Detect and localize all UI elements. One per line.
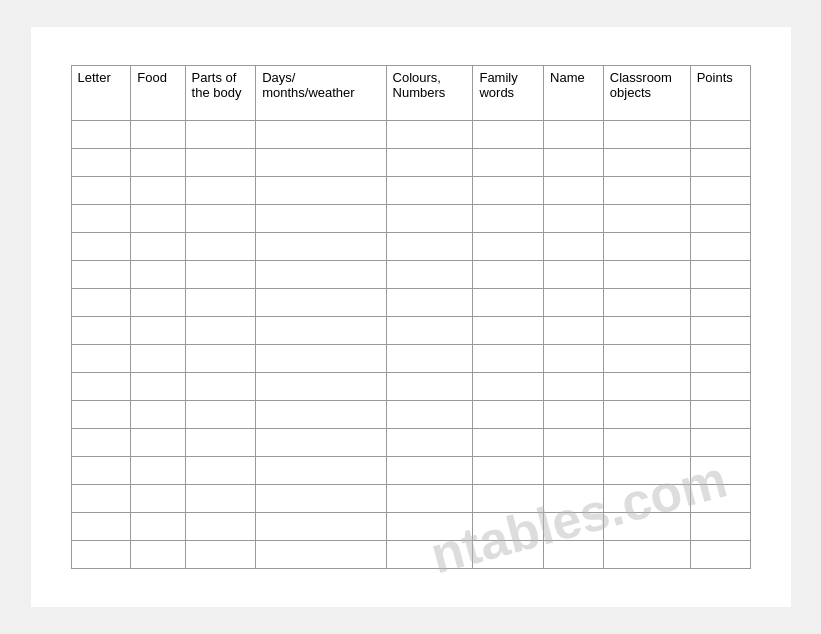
table-cell[interactable] bbox=[386, 233, 473, 261]
table-cell[interactable] bbox=[71, 457, 131, 485]
table-cell[interactable] bbox=[185, 513, 256, 541]
table-cell[interactable] bbox=[256, 457, 386, 485]
table-cell[interactable] bbox=[603, 513, 690, 541]
table-cell[interactable] bbox=[544, 541, 604, 569]
table-cell[interactable] bbox=[71, 373, 131, 401]
table-cell[interactable] bbox=[603, 485, 690, 513]
table-cell[interactable] bbox=[386, 345, 473, 373]
table-cell[interactable] bbox=[71, 121, 131, 149]
table-cell[interactable] bbox=[603, 373, 690, 401]
table-cell[interactable] bbox=[131, 345, 185, 373]
table-cell[interactable] bbox=[185, 401, 256, 429]
table-cell[interactable] bbox=[131, 401, 185, 429]
table-cell[interactable] bbox=[386, 457, 473, 485]
table-cell[interactable] bbox=[690, 541, 750, 569]
table-cell[interactable] bbox=[386, 513, 473, 541]
table-cell[interactable] bbox=[386, 177, 473, 205]
table-cell[interactable] bbox=[473, 513, 544, 541]
table-cell[interactable] bbox=[473, 401, 544, 429]
table-cell[interactable] bbox=[544, 289, 604, 317]
table-cell[interactable] bbox=[386, 261, 473, 289]
table-cell[interactable] bbox=[256, 317, 386, 345]
table-cell[interactable] bbox=[185, 289, 256, 317]
table-cell[interactable] bbox=[71, 149, 131, 177]
table-cell[interactable] bbox=[690, 457, 750, 485]
table-cell[interactable] bbox=[473, 121, 544, 149]
table-cell[interactable] bbox=[544, 317, 604, 345]
table-cell[interactable] bbox=[690, 485, 750, 513]
table-cell[interactable] bbox=[603, 429, 690, 457]
table-cell[interactable] bbox=[131, 457, 185, 485]
table-cell[interactable] bbox=[131, 373, 185, 401]
table-cell[interactable] bbox=[544, 233, 604, 261]
table-cell[interactable] bbox=[256, 485, 386, 513]
table-cell[interactable] bbox=[185, 177, 256, 205]
table-cell[interactable] bbox=[71, 513, 131, 541]
table-cell[interactable] bbox=[473, 205, 544, 233]
table-cell[interactable] bbox=[544, 485, 604, 513]
table-cell[interactable] bbox=[131, 205, 185, 233]
table-cell[interactable] bbox=[71, 177, 131, 205]
table-cell[interactable] bbox=[256, 345, 386, 373]
table-cell[interactable] bbox=[690, 373, 750, 401]
table-cell[interactable] bbox=[690, 149, 750, 177]
table-cell[interactable] bbox=[256, 121, 386, 149]
table-cell[interactable] bbox=[71, 261, 131, 289]
table-cell[interactable] bbox=[544, 373, 604, 401]
table-cell[interactable] bbox=[131, 485, 185, 513]
table-cell[interactable] bbox=[603, 317, 690, 345]
table-cell[interactable] bbox=[185, 205, 256, 233]
table-cell[interactable] bbox=[603, 261, 690, 289]
table-cell[interactable] bbox=[185, 457, 256, 485]
table-cell[interactable] bbox=[603, 457, 690, 485]
table-cell[interactable] bbox=[185, 233, 256, 261]
table-cell[interactable] bbox=[544, 177, 604, 205]
table-cell[interactable] bbox=[256, 149, 386, 177]
table-cell[interactable] bbox=[386, 541, 473, 569]
table-cell[interactable] bbox=[690, 345, 750, 373]
table-cell[interactable] bbox=[185, 261, 256, 289]
table-cell[interactable] bbox=[473, 317, 544, 345]
table-cell[interactable] bbox=[473, 485, 544, 513]
table-cell[interactable] bbox=[185, 373, 256, 401]
table-cell[interactable] bbox=[544, 261, 604, 289]
table-cell[interactable] bbox=[473, 149, 544, 177]
table-cell[interactable] bbox=[690, 289, 750, 317]
table-cell[interactable] bbox=[690, 261, 750, 289]
table-cell[interactable] bbox=[544, 121, 604, 149]
table-cell[interactable] bbox=[473, 457, 544, 485]
table-cell[interactable] bbox=[131, 261, 185, 289]
table-cell[interactable] bbox=[185, 485, 256, 513]
table-cell[interactable] bbox=[603, 401, 690, 429]
table-cell[interactable] bbox=[185, 429, 256, 457]
table-cell[interactable] bbox=[473, 429, 544, 457]
table-cell[interactable] bbox=[71, 429, 131, 457]
table-cell[interactable] bbox=[544, 401, 604, 429]
table-cell[interactable] bbox=[690, 121, 750, 149]
table-cell[interactable] bbox=[131, 429, 185, 457]
table-cell[interactable] bbox=[603, 289, 690, 317]
table-cell[interactable] bbox=[256, 513, 386, 541]
table-cell[interactable] bbox=[690, 429, 750, 457]
table-cell[interactable] bbox=[386, 149, 473, 177]
table-cell[interactable] bbox=[71, 345, 131, 373]
table-cell[interactable] bbox=[386, 205, 473, 233]
table-cell[interactable] bbox=[386, 317, 473, 345]
table-cell[interactable] bbox=[690, 317, 750, 345]
table-cell[interactable] bbox=[544, 205, 604, 233]
table-cell[interactable] bbox=[386, 429, 473, 457]
table-cell[interactable] bbox=[256, 177, 386, 205]
table-cell[interactable] bbox=[71, 401, 131, 429]
table-cell[interactable] bbox=[131, 513, 185, 541]
table-cell[interactable] bbox=[603, 149, 690, 177]
table-cell[interactable] bbox=[131, 233, 185, 261]
table-cell[interactable] bbox=[473, 233, 544, 261]
table-cell[interactable] bbox=[131, 177, 185, 205]
table-cell[interactable] bbox=[690, 233, 750, 261]
table-cell[interactable] bbox=[71, 233, 131, 261]
table-cell[interactable] bbox=[386, 289, 473, 317]
table-cell[interactable] bbox=[131, 541, 185, 569]
table-cell[interactable] bbox=[690, 177, 750, 205]
table-cell[interactable] bbox=[603, 233, 690, 261]
table-cell[interactable] bbox=[473, 345, 544, 373]
